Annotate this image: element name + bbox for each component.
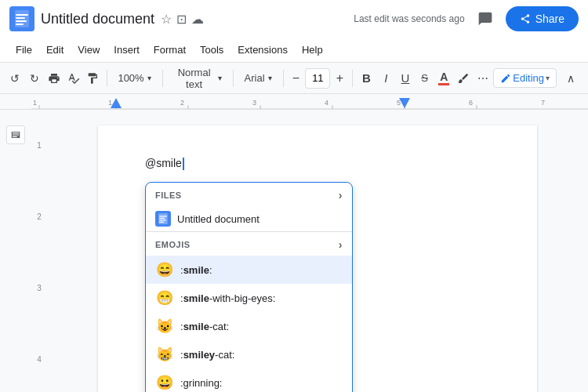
redo-button[interactable]: ↻ [26,67,44,89]
underline-button[interactable]: U [397,67,415,89]
menu-bar: File Edit View Insert Format Tools Exten… [0,38,588,63]
file-item-name: Untitled document [177,213,260,225]
divider-3 [233,70,234,87]
text-style-dropdown[interactable]: Normal text ▾ [167,67,227,89]
emoji-label-smile-big-eyes: :smile-with-big-eyes: [180,292,275,304]
emoji-item-smile-big-eyes[interactable]: 😁 :smile-with-big-eyes: [146,284,352,312]
menu-help[interactable]: Help [296,41,329,59]
menu-edit[interactable]: Edit [40,41,70,59]
smart-chip-dropdown: FILES › Untitled document EMOJIS [145,182,353,392]
strikethrough-button[interactable]: S [416,67,434,89]
page-num-3: 3 [37,284,42,292]
doc-page[interactable]: @smile FILES › Untitled document [98,125,537,392]
emoji-item-smiley-cat[interactable]: 😸 :smiley-cat: [146,340,352,368]
svg-text:7: 7 [541,99,545,107]
file-item-untitled[interactable]: Untitled document [146,206,352,231]
menu-view[interactable]: View [71,41,106,59]
drive-icon[interactable]: ⊡ [176,12,187,27]
more-options-button[interactable]: ⋯ [474,67,492,89]
svg-text:5: 5 [397,99,401,107]
page-num-2: 2 [37,212,42,221]
emoji-item-smile[interactable]: 😄 :smile: [146,256,352,284]
svg-text:3: 3 [252,99,256,107]
page-num-4: 4 [37,355,42,364]
divider-1 [107,70,107,87]
svg-text:6: 6 [469,99,473,107]
emoji-label-smiley-cat: :smiley-cat: [180,349,234,361]
emoji-label-smile: :smile: [180,264,212,276]
menu-tools[interactable]: Tools [194,41,230,59]
doc-title[interactable]: Untitled document [41,11,154,27]
divider-4 [283,70,284,87]
toolbar-right: Editing ▾ ∧ [493,67,582,89]
font-size-input[interactable] [305,68,330,89]
bold-button[interactable]: B [358,67,376,89]
menu-extensions[interactable]: Extensions [231,41,294,59]
toolbar: ↺ ↻ 100% ▾ Normal text ▾ Arial ▾ − + B I… [0,63,588,94]
emoji-glyph-smile-big-eyes: 😁 [155,289,174,307]
svg-text:1: 1 [33,99,37,107]
svg-marker-17 [111,98,122,108]
title-icons: ☆ ⊡ ☁ [161,12,204,27]
file-doc-icon [155,211,171,227]
star-icon[interactable]: ☆ [161,12,172,27]
collapse-toolbar-button[interactable]: ∧ [560,67,582,89]
spellcheck-button[interactable] [64,67,82,89]
files-chevron-icon: › [339,189,343,201]
undo-button[interactable]: ↺ [6,67,24,89]
menu-file[interactable]: File [9,41,38,59]
svg-text:1: 1 [108,99,112,107]
print-button[interactable] [45,67,63,89]
ruler: 1 1 2 3 4 5 6 7 [0,94,588,110]
emoji-label-smile-cat: :smile-cat: [180,321,229,332]
page-num-1: 1 [37,141,42,150]
editing-mode-button[interactable]: Editing ▾ [493,68,557,88]
title-bar: Untitled document ☆ ⊡ ☁ Last edit was se… [0,0,588,38]
files-header-label: FILES [155,191,182,200]
share-button[interactable]: Share [506,6,579,31]
italic-button[interactable]: I [377,67,395,89]
highlight-button[interactable] [455,67,473,89]
editor-area: 1 2 3 4 @smile FILES › [0,110,588,392]
cloud-icon[interactable]: ☁ [191,12,204,27]
emoji-glyph-smiley-cat: 😸 [155,346,174,363]
font-dropdown[interactable]: Arial ▾ [238,67,278,89]
divider-5 [352,70,353,87]
emojis-chevron-icon: › [339,238,343,251]
sidebar-panel [0,110,31,392]
emoji-item-smile-cat[interactable]: 😺 :smile-cat: [146,312,352,340]
menu-format[interactable]: Format [147,41,192,59]
svg-text:2: 2 [180,99,184,107]
zoom-dropdown[interactable]: 100% ▾ [111,67,157,89]
svg-marker-18 [399,98,410,108]
font-size-control: − + [288,67,347,89]
title-right: Last edit was seconds ago Share [354,6,579,31]
last-edit-text: Last edit was seconds ago [354,13,464,24]
share-label: Share [535,13,564,25]
paint-format-button[interactable] [84,67,102,89]
increase-font-size-button[interactable]: + [332,67,347,89]
emojis-section-header[interactable]: EMOJIS › [146,232,352,256]
emoji-glyph-grinning: 😀 [155,374,174,391]
emoji-glyph-smile-cat: 😺 [155,318,174,335]
divider-2 [162,70,163,87]
menu-insert[interactable]: Insert [107,41,146,59]
emojis-header-label: EMOJIS [155,240,191,249]
text-color-bar [438,83,449,85]
emoji-item-grinning[interactable]: 😀 :grinning: [146,368,352,392]
sidebar-icon[interactable] [6,125,25,144]
text-color-button[interactable]: A [435,67,453,89]
files-section-header[interactable]: FILES › [146,183,352,206]
emoji-label-grinning: :grinning: [180,377,222,389]
doc-canvas: @smile FILES › Untitled document [47,110,588,392]
chat-icon[interactable] [473,6,498,31]
decrease-font-size-button[interactable]: − [288,67,303,89]
emoji-glyph-smile: 😄 [155,261,174,278]
svg-text:4: 4 [325,99,328,107]
text-cursor [183,158,184,170]
doc-typed-text: @smile [145,157,490,170]
page-numbers: 1 2 3 4 [31,110,47,392]
app-icon [9,6,34,31]
